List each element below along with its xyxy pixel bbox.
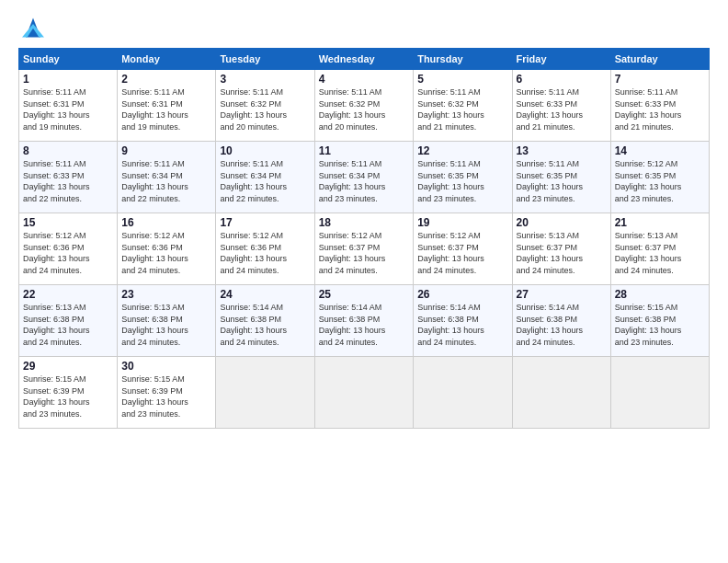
- day-details: Sunrise: 5:12 AM Sunset: 6:35 PM Dayligh…: [615, 158, 705, 204]
- day-details: Sunrise: 5:11 AM Sunset: 6:32 PM Dayligh…: [417, 86, 507, 132]
- day-number: 19: [417, 216, 507, 229]
- day-details: Sunrise: 5:12 AM Sunset: 6:36 PM Dayligh…: [121, 230, 211, 276]
- logo: [18, 15, 51, 40]
- day-number: 27: [517, 288, 607, 301]
- calendar-week-1: 1Sunrise: 5:11 AM Sunset: 6:31 PM Daylig…: [19, 70, 710, 142]
- calendar-day: 1Sunrise: 5:11 AM Sunset: 6:31 PM Daylig…: [19, 70, 118, 142]
- day-number: 29: [23, 360, 113, 373]
- calendar-day: 29Sunrise: 5:15 AM Sunset: 6:39 PM Dayli…: [19, 357, 118, 429]
- header-thursday: Thursday: [414, 49, 512, 70]
- day-details: Sunrise: 5:13 AM Sunset: 6:37 PM Dayligh…: [615, 230, 705, 276]
- calendar-day: 7Sunrise: 5:11 AM Sunset: 6:33 PM Daylig…: [610, 70, 709, 142]
- calendar-day: 25Sunrise: 5:14 AM Sunset: 6:38 PM Dayli…: [314, 285, 413, 357]
- day-number: 14: [615, 144, 705, 157]
- day-number: 4: [319, 73, 409, 86]
- day-details: Sunrise: 5:14 AM Sunset: 6:38 PM Dayligh…: [220, 302, 310, 348]
- day-details: Sunrise: 5:11 AM Sunset: 6:33 PM Dayligh…: [615, 86, 705, 132]
- header-row-days: SundayMondayTuesdayWednesdayThursdayFrid…: [19, 49, 710, 70]
- calendar-day: 11Sunrise: 5:11 AM Sunset: 6:34 PM Dayli…: [314, 142, 413, 213]
- calendar-day: [216, 357, 314, 429]
- calendar-day: 13Sunrise: 5:11 AM Sunset: 6:35 PM Dayli…: [512, 142, 610, 213]
- day-number: 25: [319, 288, 409, 301]
- day-number: 20: [517, 216, 607, 229]
- day-details: Sunrise: 5:13 AM Sunset: 6:38 PM Dayligh…: [121, 302, 211, 348]
- calendar-body: 1Sunrise: 5:11 AM Sunset: 6:31 PM Daylig…: [19, 70, 710, 429]
- day-number: 2: [121, 73, 211, 86]
- header-wednesday: Wednesday: [314, 49, 413, 70]
- day-number: 12: [417, 144, 507, 157]
- calendar-day: [314, 357, 413, 429]
- day-number: 3: [220, 73, 310, 86]
- day-details: Sunrise: 5:11 AM Sunset: 6:33 PM Dayligh…: [517, 86, 607, 132]
- calendar-day: 18Sunrise: 5:12 AM Sunset: 6:37 PM Dayli…: [314, 213, 413, 285]
- day-details: Sunrise: 5:15 AM Sunset: 6:38 PM Dayligh…: [615, 302, 705, 348]
- day-number: 9: [121, 144, 211, 157]
- day-number: 23: [121, 288, 211, 301]
- header-tuesday: Tuesday: [216, 49, 314, 70]
- calendar-day: [414, 357, 512, 429]
- calendar-day: 15Sunrise: 5:12 AM Sunset: 6:36 PM Dayli…: [19, 213, 118, 285]
- calendar-week-4: 22Sunrise: 5:13 AM Sunset: 6:38 PM Dayli…: [19, 285, 710, 357]
- day-details: Sunrise: 5:12 AM Sunset: 6:36 PM Dayligh…: [23, 230, 113, 276]
- day-number: 11: [319, 144, 409, 157]
- calendar-week-3: 15Sunrise: 5:12 AM Sunset: 6:36 PM Dayli…: [19, 213, 710, 285]
- calendar-day: 5Sunrise: 5:11 AM Sunset: 6:32 PM Daylig…: [414, 70, 512, 142]
- day-details: Sunrise: 5:12 AM Sunset: 6:37 PM Dayligh…: [319, 230, 409, 276]
- day-details: Sunrise: 5:12 AM Sunset: 6:37 PM Dayligh…: [417, 230, 507, 276]
- day-details: Sunrise: 5:14 AM Sunset: 6:38 PM Dayligh…: [517, 302, 607, 348]
- day-number: 13: [517, 144, 607, 157]
- calendar-day: 10Sunrise: 5:11 AM Sunset: 6:34 PM Dayli…: [216, 142, 314, 213]
- calendar-day: 14Sunrise: 5:12 AM Sunset: 6:35 PM Dayli…: [610, 142, 709, 213]
- day-details: Sunrise: 5:15 AM Sunset: 6:39 PM Dayligh…: [121, 373, 211, 419]
- calendar-day: 4Sunrise: 5:11 AM Sunset: 6:32 PM Daylig…: [314, 70, 413, 142]
- day-details: Sunrise: 5:13 AM Sunset: 6:38 PM Dayligh…: [23, 302, 113, 348]
- calendar-day: 21Sunrise: 5:13 AM Sunset: 6:37 PM Dayli…: [610, 213, 709, 285]
- calendar-day: 19Sunrise: 5:12 AM Sunset: 6:37 PM Dayli…: [414, 213, 512, 285]
- calendar-day: [512, 357, 610, 429]
- calendar-day: 23Sunrise: 5:13 AM Sunset: 6:38 PM Dayli…: [118, 285, 216, 357]
- day-number: 7: [615, 73, 705, 86]
- header-sunday: Sunday: [19, 49, 118, 70]
- day-number: 18: [319, 216, 409, 229]
- day-number: 30: [121, 360, 211, 373]
- day-details: Sunrise: 5:11 AM Sunset: 6:34 PM Dayligh…: [319, 158, 409, 204]
- calendar-day: 16Sunrise: 5:12 AM Sunset: 6:36 PM Dayli…: [118, 213, 216, 285]
- day-number: 8: [23, 144, 113, 157]
- day-details: Sunrise: 5:11 AM Sunset: 6:33 PM Dayligh…: [23, 158, 113, 204]
- page-container: SundayMondayTuesdayWednesdayThursdayFrid…: [0, 0, 728, 438]
- calendar-day: 8Sunrise: 5:11 AM Sunset: 6:33 PM Daylig…: [19, 142, 118, 213]
- calendar-day: 27Sunrise: 5:14 AM Sunset: 6:38 PM Dayli…: [512, 285, 610, 357]
- day-details: Sunrise: 5:15 AM Sunset: 6:39 PM Dayligh…: [23, 373, 113, 419]
- day-details: Sunrise: 5:11 AM Sunset: 6:32 PM Dayligh…: [220, 86, 310, 132]
- calendar-table: SundayMondayTuesdayWednesdayThursdayFrid…: [18, 48, 710, 429]
- day-number: 5: [417, 73, 507, 86]
- day-number: 22: [23, 288, 113, 301]
- header-saturday: Saturday: [610, 49, 709, 70]
- header-row: [18, 15, 710, 40]
- calendar-week-2: 8Sunrise: 5:11 AM Sunset: 6:33 PM Daylig…: [19, 142, 710, 213]
- day-number: 16: [121, 216, 211, 229]
- calendar-header: SundayMondayTuesdayWednesdayThursdayFrid…: [19, 49, 710, 70]
- calendar-day: 12Sunrise: 5:11 AM Sunset: 6:35 PM Dayli…: [414, 142, 512, 213]
- day-number: 10: [220, 144, 310, 157]
- calendar-day: 20Sunrise: 5:13 AM Sunset: 6:37 PM Dayli…: [512, 213, 610, 285]
- calendar-day: 3Sunrise: 5:11 AM Sunset: 6:32 PM Daylig…: [216, 70, 314, 142]
- day-number: 28: [615, 288, 705, 301]
- calendar-day: 6Sunrise: 5:11 AM Sunset: 6:33 PM Daylig…: [512, 70, 610, 142]
- calendar-day: 9Sunrise: 5:11 AM Sunset: 6:34 PM Daylig…: [118, 142, 216, 213]
- day-number: 15: [23, 216, 113, 229]
- logo-icon: [18, 15, 48, 40]
- calendar-day: 22Sunrise: 5:13 AM Sunset: 6:38 PM Dayli…: [19, 285, 118, 357]
- day-details: Sunrise: 5:11 AM Sunset: 6:35 PM Dayligh…: [517, 158, 607, 204]
- day-details: Sunrise: 5:11 AM Sunset: 6:31 PM Dayligh…: [23, 86, 113, 132]
- day-number: 26: [417, 288, 507, 301]
- day-details: Sunrise: 5:14 AM Sunset: 6:38 PM Dayligh…: [417, 302, 507, 348]
- calendar-day: 28Sunrise: 5:15 AM Sunset: 6:38 PM Dayli…: [610, 285, 709, 357]
- day-number: 6: [517, 73, 607, 86]
- day-number: 17: [220, 216, 310, 229]
- day-details: Sunrise: 5:11 AM Sunset: 6:35 PM Dayligh…: [417, 158, 507, 204]
- day-details: Sunrise: 5:12 AM Sunset: 6:36 PM Dayligh…: [220, 230, 310, 276]
- calendar-day: 2Sunrise: 5:11 AM Sunset: 6:31 PM Daylig…: [118, 70, 216, 142]
- day-details: Sunrise: 5:13 AM Sunset: 6:37 PM Dayligh…: [517, 230, 607, 276]
- day-number: 24: [220, 288, 310, 301]
